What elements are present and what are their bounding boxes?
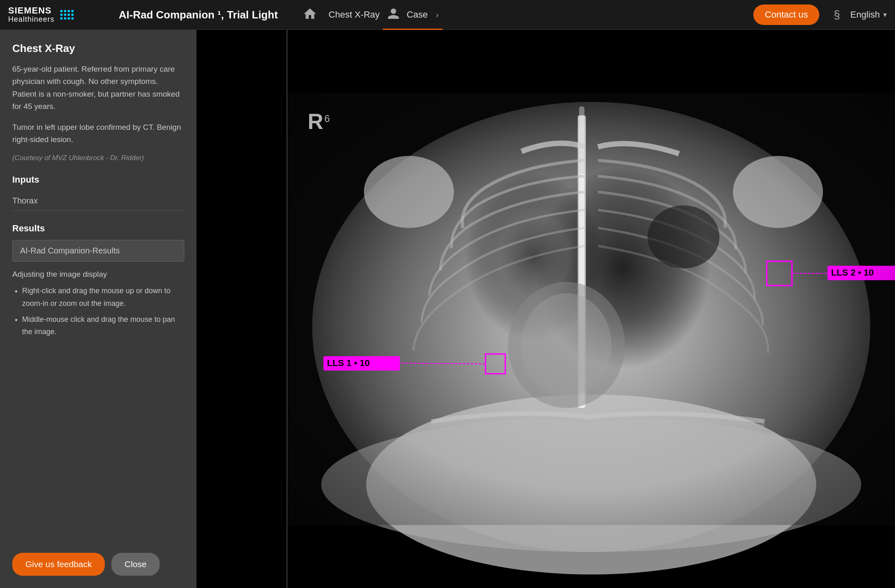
- instructions-list: Right-click and drag the mouse up or dow…: [12, 285, 184, 341]
- instruction-2: Middle-mouse click and drag the mouse to…: [22, 313, 184, 338]
- xray-main[interactable]: R 6 LLS 1 • 10: [287, 30, 895, 588]
- inputs-heading: Inputs: [12, 174, 184, 185]
- input-thorax: Thorax: [12, 191, 184, 211]
- xray-container: R 6 LLS 1 • 10: [197, 30, 895, 588]
- language-label: English: [850, 9, 880, 20]
- xray-thumbnail-sidebar: [197, 30, 287, 588]
- logo-healthineers: Healthineers: [8, 16, 54, 24]
- home-nav-button[interactable]: [294, 0, 325, 30]
- main-content: Chest X-Ray 65-year-old patient. Referre…: [0, 30, 895, 588]
- logo-text: SIEMENS Healthineers: [8, 6, 54, 24]
- person-icon: [387, 7, 400, 22]
- courtesy-text: (Courtesy of MVZ Uhlenbrock - Dr. Ridder…: [12, 154, 184, 162]
- feedback-button[interactable]: Give us feedback: [12, 553, 105, 576]
- case-label: Case: [407, 9, 427, 20]
- logo-siemens: SIEMENS: [8, 6, 54, 16]
- left-panel: Chest X-Ray 65-year-old patient. Referre…: [0, 30, 197, 588]
- panel-title: Chest X-Ray: [12, 42, 184, 55]
- results-box[interactable]: AI-Rad Companion-Results: [12, 240, 184, 262]
- header: SIEMENS Healthineers AI-Rad Companion ¹,…: [0, 0, 895, 30]
- patient-description: 65-year-old patient. Referred from prima…: [12, 63, 184, 113]
- case-nav[interactable]: Case ›: [383, 0, 443, 30]
- close-button[interactable]: Close: [111, 553, 160, 576]
- results-heading: Results: [12, 223, 184, 234]
- nav-items: Chest X-Ray Case ›: [294, 0, 746, 30]
- chevron-right-icon: ›: [436, 10, 439, 20]
- contact-us-button[interactable]: Contact us: [753, 5, 819, 25]
- adjust-label: Adjusting the image display: [12, 270, 184, 279]
- chest-xray-nav[interactable]: Chest X-Ray: [329, 9, 380, 20]
- section-symbol-icon[interactable]: §: [834, 8, 840, 21]
- logo-area: SIEMENS Healthineers: [8, 6, 106, 24]
- chevron-down-icon: ▾: [883, 10, 887, 19]
- app-title: AI-Rad Companion ¹, Trial Light: [119, 9, 278, 21]
- results-section: Results AI-Rad Companion-Results: [12, 223, 184, 270]
- language-selector[interactable]: English ▾: [850, 9, 887, 20]
- tumor-info: Tumor in left upper lobe confirmed by CT…: [12, 121, 184, 146]
- right-panel[interactable]: R 6 LLS 1 • 10: [197, 30, 895, 588]
- button-row: Give us feedback Close: [12, 545, 184, 576]
- instruction-1: Right-click and drag the mouse up or dow…: [22, 285, 184, 310]
- xray-image: R 6 LLS 1 • 10: [287, 30, 895, 588]
- home-icon: [303, 7, 317, 23]
- logo-dots: [60, 10, 74, 20]
- svg-rect-24: [287, 93, 895, 525]
